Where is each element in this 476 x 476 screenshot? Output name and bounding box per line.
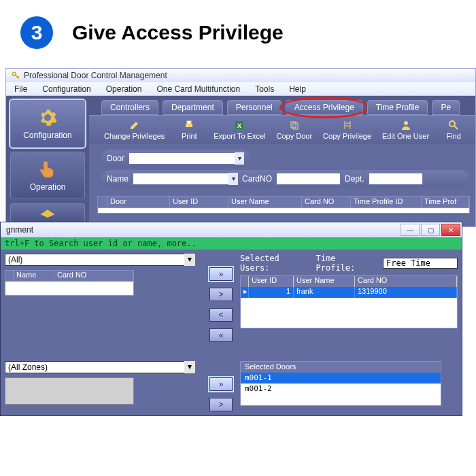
svg-point-7 [404, 121, 408, 125]
user-filter-select[interactable]: (All) ▾ [5, 254, 195, 266]
tool-change-privileges[interactable]: Change Privileges [101, 118, 167, 141]
copy-privilege-icon [342, 120, 353, 131]
close-button[interactable]: ✕ [441, 224, 460, 236]
door-shuttle: » > [207, 361, 235, 411]
tool-find[interactable]: Find [437, 118, 470, 141]
door-row-2[interactable]: m001-2 [241, 384, 441, 394]
move-all-left-button[interactable]: « [209, 328, 233, 342]
name-label: Name [107, 174, 129, 184]
sidenav-configuration[interactable]: Configuration [10, 100, 85, 148]
grid-body-empty [97, 208, 470, 214]
tabstrip: Controllers Department Personnel Access … [89, 96, 475, 115]
tool-export-excel[interactable]: XExport To Excel [211, 118, 268, 141]
key-icon [12, 71, 20, 80]
cardno-label: CardNO [242, 174, 272, 184]
selected-doors-list[interactable]: Selected Doors m001-1 m001-2 [240, 361, 441, 406]
assignment-dialog: gnment — ▢ ✕ trl+F to Search user id or … [0, 222, 462, 416]
name-dropdown[interactable]: ▾ [133, 173, 238, 185]
col-userid: User ID [249, 276, 294, 287]
hand-pointer-icon [37, 159, 58, 180]
tab-department[interactable]: Department [163, 100, 223, 115]
col-tp[interactable]: Time Prof [422, 197, 469, 207]
copy-icon [289, 120, 300, 131]
door-move-right-button[interactable]: > [209, 398, 233, 411]
cardno-input[interactable] [276, 173, 341, 185]
tool-label: Find [446, 132, 460, 140]
move-left-button[interactable]: < [209, 308, 233, 322]
sidenav-configuration-label: Configuration [23, 131, 71, 140]
menu-tools[interactable]: Tools [255, 84, 274, 94]
tool-label: Print [182, 132, 197, 140]
tool-copy-door[interactable]: Copy Door [274, 118, 316, 141]
menubar: File Configuration Operation One Card Mu… [6, 82, 475, 96]
col-cardno[interactable]: Card NO [302, 197, 351, 207]
door-move-all-right-button[interactable]: » [209, 377, 233, 391]
menu-operation[interactable]: Operation [106, 84, 142, 94]
time-profile-value[interactable]: Free Time [383, 258, 458, 269]
dialog-title-text: gnment [6, 225, 33, 235]
available-doors-list[interactable] [5, 377, 134, 405]
col-tpid[interactable]: Time Profile ID [351, 197, 422, 207]
col-username[interactable]: User Name [228, 197, 302, 207]
sidenav-extra[interactable] [10, 203, 85, 222]
tool-label: Change Privileges [104, 132, 165, 140]
maximize-button[interactable]: ▢ [421, 224, 440, 236]
main-panel: Controllers Department Personnel Access … [89, 96, 475, 226]
tab-access-privilege[interactable]: Access Privilege [286, 100, 363, 115]
privilege-grid: Door User ID User Name Card NO Time Prof… [97, 196, 470, 214]
printer-icon [184, 120, 194, 131]
tab-pe-truncated[interactable]: Pe [432, 100, 460, 115]
selected-users-grid[interactable]: User ID User Name Card NO ▸ 1 frank 1319… [240, 275, 458, 328]
sidenav: Configuration Operation [6, 96, 89, 226]
sidenav-operation-label: Operation [30, 182, 66, 192]
selected-doors-header: Selected Doors [241, 362, 441, 373]
dept-label: Dept. [345, 174, 364, 184]
tool-label: Export To Excel [214, 132, 265, 140]
tool-edit-one-user[interactable]: Edit One User [379, 118, 432, 141]
chevron-down-icon: ▾ [184, 361, 195, 373]
cell-username: frank [294, 287, 355, 298]
tool-label: Edit One User [382, 132, 429, 140]
move-right-button[interactable]: > [209, 288, 233, 301]
col-username: User Name [294, 276, 355, 287]
available-users-grid[interactable]: Name Card NO [5, 270, 134, 296]
tab-time-profile[interactable]: Time Profile [367, 100, 428, 115]
filter-row-namecard: Name ▾ CardNO Dept. [101, 170, 470, 188]
excel-icon: X [234, 120, 245, 131]
col-cardno: Card NO [355, 276, 457, 287]
door-dropdown[interactable]: ▾ [129, 152, 244, 165]
search-icon [448, 120, 459, 131]
tool-copy-privilege[interactable]: Copy Privilege [320, 118, 374, 141]
door-label: Door [107, 154, 124, 163]
zone-select[interactable]: (All Zones) ▾ [5, 361, 195, 373]
menu-file[interactable]: File [14, 84, 27, 94]
toolbar: Change Privileges Print XExport To Excel… [89, 115, 475, 144]
titlebar: Professional Door Control Management [6, 69, 475, 82]
user-filter-value: (All) [8, 255, 22, 265]
selected-user-row[interactable]: ▸ 1 frank 1319900 [241, 287, 457, 298]
tab-personnel[interactable]: Personnel [227, 100, 282, 115]
tab-controllers[interactable]: Controllers [101, 100, 158, 115]
app-title: Professional Door Control Management [24, 71, 167, 80]
menu-help[interactable]: Help [289, 84, 306, 94]
minimize-button[interactable]: — [401, 224, 420, 236]
tool-print[interactable]: Print [173, 118, 205, 141]
move-all-right-button[interactable]: » [209, 267, 233, 281]
tool-label: Copy Door [277, 132, 313, 140]
pencil-icon [129, 120, 140, 131]
menu-configuration[interactable]: Configuration [42, 84, 90, 94]
door-row-1[interactable]: m001-1 [241, 373, 441, 384]
col-userid[interactable]: User ID [170, 197, 228, 207]
step-number-badge: 3 [20, 16, 53, 49]
col-name: Name [14, 271, 54, 282]
dialog-titlebar: gnment — ▢ ✕ [1, 222, 462, 237]
chevron-down-icon: ▾ [228, 173, 238, 185]
main-app-window: Professional Door Control Management Fil… [5, 68, 476, 227]
menu-onecard[interactable]: One Card Multifunction [156, 84, 240, 94]
svg-point-8 [449, 121, 455, 126]
dept-input[interactable] [369, 173, 423, 185]
filter-row-door: Door ▾ [101, 150, 250, 167]
selected-users-label: Selected Users: [240, 254, 307, 273]
sidenav-operation[interactable]: Operation [10, 152, 85, 199]
col-door[interactable]: Door [107, 197, 170, 207]
